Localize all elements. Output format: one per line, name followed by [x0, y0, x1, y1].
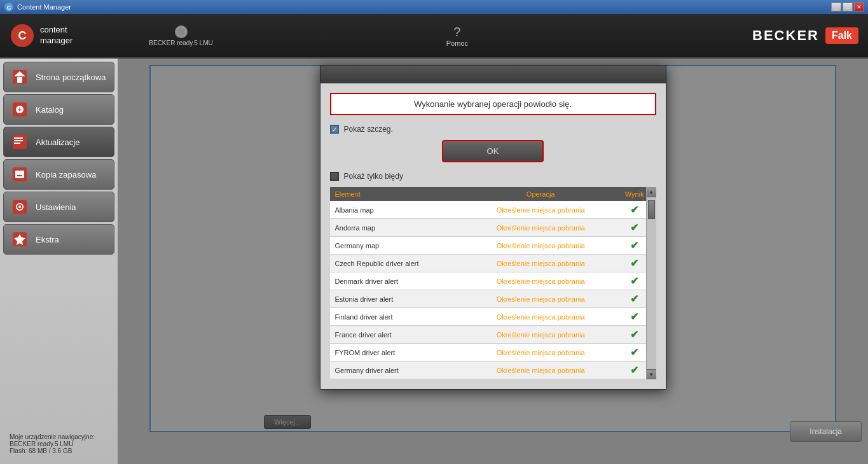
cell-operacja: Określenie miejsca pobrania: [468, 255, 613, 272]
svg-rect-17: [17, 175, 22, 176]
ok-button[interactable]: OK: [442, 140, 544, 162]
svg-point-20: [18, 206, 21, 208]
show-errors-label: Pokaż tylko błędy: [344, 172, 403, 181]
svg-rect-13: [14, 140, 23, 141]
modal-body: Wykonanie wybranej operacji powiodło się…: [320, 83, 666, 389]
checkmark-icon: ✔: [630, 329, 638, 340]
show-details-row: ✓ Pokaż szczeg.: [330, 125, 656, 134]
minimize-button[interactable]: _: [831, 3, 841, 11]
modal-titlebar: [320, 66, 666, 83]
settings-icon: [10, 197, 29, 216]
table-body: Albania map Określenie miejsca pobrania …: [330, 201, 656, 379]
results-table: Element Operacja Wynik Albania map Okreś…: [330, 187, 656, 379]
table-row: Albania map Określenie miejsca pobrania …: [330, 201, 656, 219]
cell-operacja: Określenie miejsca pobrania: [468, 326, 613, 344]
svg-rect-12: [14, 137, 23, 139]
checkmark-icon: ✔: [630, 204, 638, 215]
show-details-checkbox[interactable]: ✓: [330, 125, 339, 134]
device-name: BECKER ready.5 LMU: [149, 39, 212, 46]
body: Strona początkowa + Katalog: [0, 59, 868, 464]
sidebar-label-strona: Strona początkowa: [36, 73, 106, 82]
cell-element: Albania map: [330, 201, 469, 219]
cell-element: Andorra map: [330, 219, 469, 237]
col-operacja: Operacja: [468, 187, 613, 201]
sidebar-item-katalog[interactable]: + Katalog: [3, 94, 114, 125]
table-row: Andorra map Określenie miejsca pobrania …: [330, 219, 656, 237]
svg-text:C: C: [18, 29, 27, 42]
help-button[interactable]: ? Pomoc: [446, 25, 468, 47]
sidebar-item-aktualizacje[interactable]: Aktualizacje: [3, 127, 114, 157]
updates-icon: [10, 132, 29, 151]
header: C content manager BECKER ready.5 LMU ? P…: [0, 14, 868, 59]
device-icon: [175, 25, 188, 38]
sidebar-item-ustawienia[interactable]: Ustawienia: [3, 192, 114, 222]
cell-element: Germany map: [330, 237, 469, 255]
catalog-icon: +: [10, 100, 29, 119]
sidebar-label-katalog: Katalog: [36, 105, 64, 115]
cell-element: Denmark driver alert: [330, 272, 469, 290]
svg-text:C: C: [7, 4, 11, 11]
table-row: Finland driver alert Określenie miejsca …: [330, 308, 656, 326]
device-info-bottom: Moje urządzenie nawigacyjne: BECKER read…: [3, 427, 114, 461]
cell-operacja: Określenie miejsca pobrania: [468, 201, 613, 219]
cell-element: FYROM driver alert: [330, 344, 469, 362]
cell-element: Czech Republic driver alert: [330, 255, 469, 272]
cell-operacja: Określenie miejsca pobrania: [468, 272, 613, 290]
svg-rect-11: [13, 135, 27, 149]
table-row: Estonia driver alert Określenie miejsca …: [330, 290, 656, 308]
table-row: FYROM driver alert Określenie miejsca po…: [330, 344, 656, 362]
sidebar-label-aktualizacje: Aktualizacje: [36, 137, 79, 147]
sidebar-item-kopia[interactable]: Kopia zapasowa: [3, 159, 114, 190]
cell-operacja: Określenie miejsca pobrania: [468, 290, 613, 308]
table-row: Denmark driver alert Określenie miejsca …: [330, 272, 656, 290]
svg-point-4: [177, 27, 186, 36]
show-details-label: Pokaż szczeg.: [344, 125, 393, 134]
close-button[interactable]: ✕: [854, 3, 864, 11]
sidebar-item-strona-poczatkowa[interactable]: Strona początkowa: [3, 62, 114, 92]
show-errors-checkbox[interactable]: [330, 172, 339, 181]
install-button[interactable]: Instalacja: [790, 421, 862, 442]
checkmark-icon: ✔: [630, 365, 638, 376]
checkmark-icon: ✔: [630, 222, 638, 233]
maximize-button[interactable]: □: [843, 3, 853, 11]
window-controls: _ □ ✕: [831, 3, 864, 11]
app-container: C content manager BECKER ready.5 LMU ? P…: [0, 14, 868, 464]
checkmark-icon: ✔: [630, 258, 638, 269]
results-table-container: Element Operacja Wynik Albania map Okreś…: [330, 187, 656, 379]
becker-logo: BECKER: [752, 27, 819, 44]
cell-element: Estonia driver alert: [330, 290, 469, 308]
table-row: Czech Republic driver alert Określenie m…: [330, 255, 656, 272]
checkmark-icon: ✔: [630, 347, 638, 358]
backup-icon: [10, 165, 29, 184]
logo: C content manager: [10, 23, 72, 48]
success-message: Wykonanie wybranej operacji powiodło się…: [330, 93, 656, 115]
install-area: Instalacja: [790, 421, 862, 454]
table-header: Element Operacja Wynik: [330, 187, 656, 201]
brand-logos: BECKER Falk: [752, 27, 858, 44]
sidebar-label-ekstra: Ekstra: [36, 235, 59, 244]
cell-operacja: Określenie miejsca pobrania: [468, 344, 613, 362]
home-icon: [10, 67, 29, 87]
sidebar: Strona początkowa + Katalog: [0, 59, 118, 464]
falk-logo: Falk: [825, 27, 858, 44]
table-scrollbar[interactable]: ▲ ▼: [646, 187, 656, 379]
show-errors-row: Pokaż tylko błędy: [330, 172, 656, 181]
logo-text: content manager: [40, 25, 72, 46]
checkmark-icon: ✔: [630, 240, 638, 251]
col-element: Element: [330, 187, 469, 201]
sidebar-item-ekstra[interactable]: Ekstra: [3, 224, 114, 255]
modal-overlay: Wykonanie wybranej operacji powiodło się…: [118, 59, 868, 464]
cell-element: France driver alert: [330, 326, 469, 344]
checkmark-icon: ✔: [630, 293, 638, 304]
table-row: Germany map Określenie miejsca pobrania …: [330, 237, 656, 255]
table-row: France driver alert Określenie miejsca p…: [330, 326, 656, 344]
cell-operacja: Określenie miejsca pobrania: [468, 308, 613, 326]
cell-operacja: Określenie miejsca pobrania: [468, 237, 613, 255]
svg-text:+: +: [18, 106, 22, 113]
modal-dialog: Wykonanie wybranej operacji powiodło się…: [320, 65, 666, 390]
cell-operacja: Określenie miejsca pobrania: [468, 219, 613, 237]
logo-icon: C: [10, 23, 35, 48]
checkmark-icon: ✔: [630, 276, 638, 286]
sidebar-label-kopia: Kopia zapasowa: [36, 170, 96, 179]
title-bar: C Content Manager _ □ ✕: [0, 0, 868, 14]
